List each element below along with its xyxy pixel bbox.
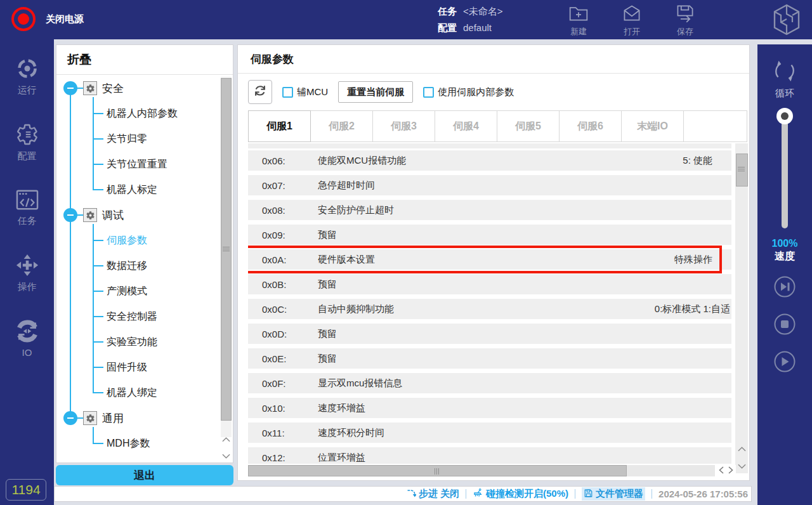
use-internal-checkbox-group[interactable]: 使用伺服内部参数 <box>423 86 514 98</box>
table-row[interactable]: 0x12:位置环增益 <box>248 447 731 464</box>
step-mode-label: 步进 关闭 <box>419 488 459 500</box>
collision-label: 碰撞检测开启(50%) <box>486 488 568 500</box>
table-row[interactable]: 0x11:速度环积分时间 <box>248 423 731 443</box>
save-button[interactable]: 保存 <box>669 4 702 37</box>
tree-item[interactable]: 产测模式 <box>56 279 219 304</box>
tab-伺服6[interactable]: 伺服6 <box>559 110 622 142</box>
table-row[interactable]: 0x0B:预留 <box>248 274 731 294</box>
tree-item[interactable]: 机器人内部参数 <box>56 101 219 126</box>
tree-item[interactable]: 关节归零 <box>56 126 219 152</box>
step-arrow-icon <box>407 489 416 500</box>
sidebar-item-label: 配置 <box>16 150 39 162</box>
tree-item[interactable]: 实验室功能 <box>56 329 219 355</box>
sidebar-item-label: 任务 <box>15 215 39 227</box>
table-hscroll-thumb[interactable] <box>248 465 627 476</box>
loop-mode-button[interactable]: 循环 <box>757 58 812 100</box>
table-row[interactable]: 0x09:预留 <box>248 225 731 245</box>
scroll-down-icon[interactable] <box>222 450 230 461</box>
page-title: 伺服参数 <box>238 45 749 74</box>
sidebar-item-io[interactable]: IO <box>16 320 39 358</box>
param-address: 0x06: <box>262 155 318 166</box>
tree-item[interactable]: 关节位置重置 <box>56 152 219 177</box>
tree-group-header[interactable]: 调试 <box>56 202 219 228</box>
tab-伺服5[interactable]: 伺服5 <box>497 110 560 142</box>
collapse-icon[interactable] <box>63 411 77 425</box>
stop-button[interactable] <box>773 313 796 338</box>
sidebar-item-task[interactable]: 任务 <box>15 189 39 227</box>
param-address: 0x10: <box>262 403 318 414</box>
tree-item-label: 伺服参数 <box>107 234 147 247</box>
tab-伺服3[interactable]: 伺服3 <box>372 110 435 142</box>
table-row[interactable]: 0x0A:硬件版本设置特殊操作 <box>248 249 731 270</box>
table-row[interactable]: 0x0D:预留 <box>248 324 731 344</box>
divider <box>466 489 466 499</box>
scroll-up-icon[interactable] <box>738 443 746 454</box>
loop-label: 循环 <box>757 88 812 100</box>
table-row[interactable]: 0x0E:预留 <box>248 348 731 369</box>
aux-mcu-checkbox[interactable] <box>282 87 293 98</box>
tree-group: 安全机器人内部参数关节归零关节位置重置机器人标定 <box>56 75 219 202</box>
task-label: 任务 <box>438 6 457 16</box>
tree-item[interactable]: 安全控制器 <box>56 304 219 329</box>
step-forward-button[interactable] <box>773 275 796 301</box>
file-manager-button[interactable]: 文件管理器 <box>582 487 645 501</box>
table-row[interactable]: 0x0C:自动中频抑制功能0:标准模式 1:自适 <box>248 299 731 319</box>
tree-header[interactable]: 折叠 <box>56 45 233 75</box>
tab-伺服1[interactable]: 伺服1 <box>248 110 311 142</box>
table-horizontal-scrollbar[interactable] <box>248 465 715 476</box>
tree-item-label: 关节归零 <box>107 133 147 146</box>
tab-伺服4[interactable]: 伺服4 <box>435 110 497 142</box>
open-button-label: 打开 <box>615 26 648 37</box>
sidebar-item-operate[interactable]: 操作 <box>16 254 39 293</box>
table-row[interactable]: 0x07:急停超时时间 <box>248 175 731 195</box>
param-name: 位置环增益 <box>318 452 712 464</box>
collapse-icon[interactable] <box>63 81 77 95</box>
collapse-icon[interactable] <box>63 208 77 222</box>
open-button[interactable]: 打开 <box>615 4 648 37</box>
speed-slider-handle[interactable] <box>776 108 793 124</box>
tree-scrollbar-thumb[interactable] <box>221 78 232 421</box>
task-value: <未命名> <box>463 6 503 16</box>
param-name: 使能双MCU报错功能 <box>318 155 683 167</box>
scroll-left-icon[interactable] <box>719 465 724 476</box>
scroll-up-icon[interactable] <box>222 433 230 445</box>
refresh-button[interactable] <box>248 80 272 104</box>
play-button[interactable] <box>773 350 796 376</box>
param-address: 0x12: <box>262 452 318 463</box>
step-mode-status[interactable]: 步进 关闭 <box>407 488 459 500</box>
tree-item[interactable]: MDH参数 <box>56 431 219 456</box>
sidebar-item-config[interactable]: 配置 <box>16 123 39 162</box>
task-config-info: 任务<未命名> 配置default <box>438 3 503 36</box>
tree-item-label: 关节位置重置 <box>107 158 167 171</box>
power-icon <box>11 7 36 31</box>
table-row[interactable]: 0x0F:显示双mcu报错信息 <box>248 373 731 393</box>
power-button[interactable]: 关闭电源 <box>11 7 84 31</box>
tree-scrollbar[interactable] <box>221 77 232 437</box>
collision-detection-status[interactable]: 碰撞检测开启(50%) <box>473 488 568 500</box>
tree-item[interactable]: 机器人绑定 <box>56 380 219 405</box>
config-value: default <box>463 22 492 33</box>
speed-slider-track[interactable] <box>782 119 788 228</box>
use-internal-checkbox[interactable] <box>423 87 434 98</box>
table-row[interactable]: 0x06:使能双MCU报错功能5: 使能 <box>248 150 731 171</box>
table-row[interactable]: 0x10:速度环增益 <box>248 398 731 418</box>
tree-item[interactable]: 伺服参数 <box>56 228 219 253</box>
scroll-down-icon[interactable] <box>738 460 746 471</box>
tree-group-header[interactable]: 安全 <box>56 75 219 101</box>
tab-伺服2[interactable]: 伺服2 <box>310 110 373 142</box>
new-button[interactable]: 新建 <box>562 4 595 37</box>
tab-末端IO[interactable]: 末端IO <box>621 110 684 142</box>
tree-item[interactable]: 机器人标定 <box>56 177 219 202</box>
aux-mcu-checkbox-group[interactable]: 辅MCU <box>282 86 328 98</box>
reset-servo-button[interactable]: 重置当前伺服 <box>338 81 413 103</box>
tree-group-header[interactable]: 通用 <box>56 405 219 431</box>
servo-parameters-panel: 伺服参数 辅MCU 重置当前伺服 使用伺服内部参数 伺服1伺服2伺服3伺服4伺服… <box>237 44 750 481</box>
scroll-right-icon[interactable] <box>728 465 733 476</box>
sidebar-item-run[interactable]: 运行 <box>16 57 39 96</box>
tree-item[interactable]: 固件升级 <box>56 355 219 380</box>
exit-button[interactable]: 退出 <box>56 465 233 485</box>
table-vertical-scrollbar[interactable] <box>735 143 748 473</box>
tree-item[interactable]: 数据迁移 <box>56 253 219 279</box>
table-vscroll-thumb[interactable] <box>736 154 748 187</box>
table-row[interactable]: 0x08:安全防护停止超时 <box>248 200 731 220</box>
